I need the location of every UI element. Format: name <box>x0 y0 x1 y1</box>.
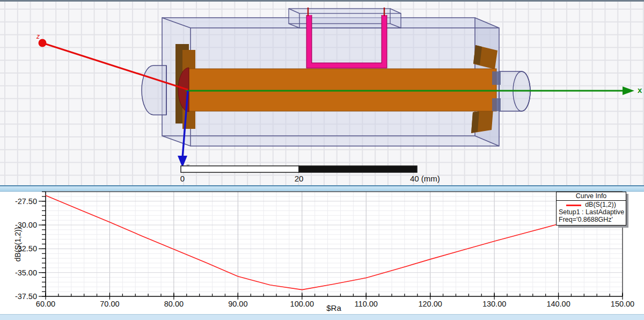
x-tick-label: 80.00 <box>164 300 184 308</box>
scale-ruler: 0 20 40 (mm) <box>180 166 440 183</box>
modeler-viewport[interactable]: x z y 0 20 40 (mm) <box>0 0 644 185</box>
ruler-label-20: 20 <box>295 174 304 183</box>
x-tick-label: 60.00 <box>36 300 55 308</box>
y-tick-label: -35.00 <box>15 268 37 277</box>
x-tick-label: 130.00 <box>482 300 506 308</box>
rod-end-notch-top <box>492 71 501 85</box>
xy-plot-canvas: 60.0070.0080.0090.00100.00110.00120.0013… <box>0 185 644 320</box>
y-tick-label: -37.50 <box>15 292 37 301</box>
x-tick-label: 120.00 <box>418 300 442 308</box>
z-axis-label: z <box>36 33 40 40</box>
bottom-window-strip[interactable] <box>0 314 644 320</box>
ruler-label-40mm: 40 (mm) <box>410 174 440 183</box>
x-tick-label: 140.00 <box>546 300 570 308</box>
y-axis-title: dB(S(1,2)) <box>13 227 22 262</box>
x-tick-label: 100.00 <box>290 300 314 308</box>
rod-end-notch-bottom <box>492 98 501 111</box>
ruler-label-0: 0 <box>180 174 185 183</box>
legend-title: Curve Info <box>557 192 626 201</box>
x-axis-arrow-icon <box>623 86 634 95</box>
x-axis-title: $Ra <box>326 303 341 312</box>
legend-entry-label: dB(S(1,2)) <box>585 201 616 209</box>
x-tick-label: 70.00 <box>100 300 119 308</box>
legend-setup-line: Setup1 : LastAdaptive <box>557 209 626 216</box>
hfss-window: { "modeler": { "axes": { "x_label": "x",… <box>0 0 644 320</box>
legend-freq-line: Freq='0.8688GHz' <box>557 216 626 224</box>
x-axis-label: x <box>638 85 642 94</box>
legend-swatch-red-line-icon <box>566 205 581 206</box>
top-window-edge <box>0 0 644 2</box>
xy-plot-window: 60.0070.0080.0090.00100.00110.00120.0013… <box>0 185 644 320</box>
y-tick-label: -27.50 <box>15 197 37 206</box>
x-tick-label: 110.00 <box>355 300 378 308</box>
left-port-cylinder[interactable] <box>142 66 166 115</box>
curve-info-legend[interactable]: Curve Info dB(S(1,2)) Setup1 : LastAdapt… <box>556 192 626 226</box>
x-tick-label: 90.00 <box>228 300 247 308</box>
x-tick-label: 150.00 <box>611 300 634 308</box>
